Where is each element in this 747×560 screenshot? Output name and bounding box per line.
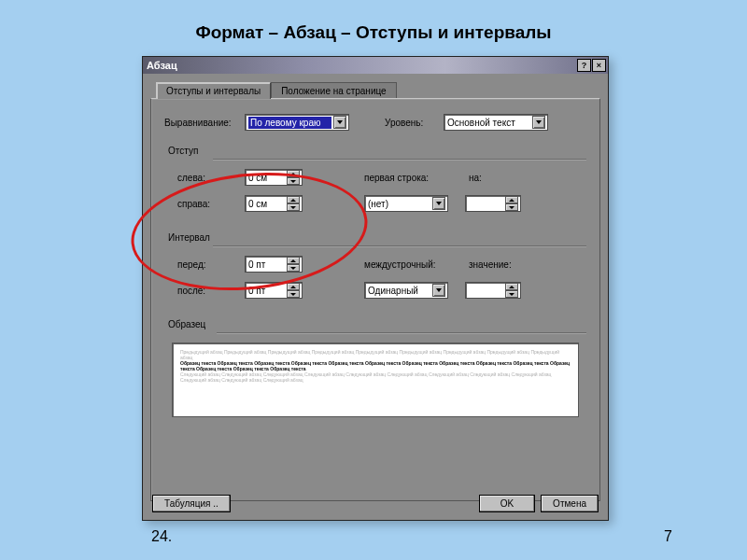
help-button[interactable]: ? [577, 59, 591, 72]
preview-group-title: Образец [168, 319, 586, 329]
before-value: 0 пт [248, 259, 285, 270]
spinner-up-icon[interactable] [287, 196, 300, 203]
firstline-by-spinner[interactable] [465, 195, 521, 212]
spinner-up-icon[interactable] [287, 257, 300, 264]
spinner-up-icon[interactable] [505, 283, 518, 290]
spacing-group-title: Интервал [168, 232, 586, 243]
spinner-up-icon[interactable] [287, 283, 300, 290]
ok-button[interactable]: OK [479, 495, 535, 512]
before-spinner[interactable]: 0 пт [245, 256, 303, 273]
spinner-up-icon[interactable] [505, 196, 518, 203]
spinner-down-icon[interactable] [287, 203, 300, 211]
alignment-combo[interactable]: По левому краю [245, 114, 349, 131]
after-label: после: [177, 286, 237, 296]
alignment-label: Выравнивание: [164, 118, 237, 128]
indent-right-value: 0 см [248, 199, 285, 209]
alignment-value: По левому краю [248, 117, 331, 129]
before-label: перед: [177, 259, 237, 270]
tabs-button[interactable]: Табуляция .. [152, 495, 231, 512]
tab-position[interactable]: Положение на странице [271, 82, 396, 99]
indent-left-label: слева: [177, 173, 237, 183]
spinner-down-icon[interactable] [287, 290, 300, 298]
preview-text-before: Предыдущий абзац Предыдущий абзац Предыд… [180, 349, 571, 360]
chevron-down-icon[interactable] [333, 116, 346, 129]
dialog-title: Абзац [147, 60, 177, 71]
level-combo[interactable]: Основной текст [444, 114, 548, 131]
after-spinner[interactable]: 0 пт [245, 282, 303, 299]
chevron-down-icon[interactable] [432, 284, 445, 297]
divider [213, 245, 586, 246]
paragraph-dialog: Абзац ? × Отступы и интервалы Положение … [142, 56, 609, 521]
level-label: Уровень: [385, 118, 436, 128]
indent-group-title: Отступ [168, 146, 586, 156]
after-value: 0 пт [248, 286, 285, 296]
close-button[interactable]: × [592, 59, 606, 72]
firstline-combo[interactable]: (нет) [364, 195, 448, 212]
cancel-button[interactable]: Отмена [541, 495, 599, 512]
button-row: Табуляция .. OK Отмена [143, 495, 608, 512]
indent-left-spinner[interactable]: 0 см [245, 169, 303, 186]
spinner-down-icon[interactable] [505, 203, 518, 211]
chevron-down-icon[interactable] [432, 197, 445, 210]
level-value: Основной текст [447, 118, 530, 128]
linespacing-combo[interactable]: Одинарный [364, 282, 448, 299]
footer-left: 24. [151, 528, 172, 545]
spinner-down-icon[interactable] [287, 264, 300, 272]
firstline-label: первая строка: [364, 173, 443, 183]
linespacing-by-spinner[interactable] [465, 282, 521, 299]
preview-text-sample: Образец текста Образец текста Образец те… [180, 360, 571, 371]
firstline-by-label: на: [469, 173, 482, 183]
linespacing-label: междустрочный: [364, 259, 446, 270]
titlebar[interactable]: Абзац ? × [143, 57, 608, 74]
slide-title: Формат – Абзац – Отступы и интервалы [0, 0, 747, 56]
preview-text-after: Следующий абзац Следующий абзац Следующи… [180, 371, 571, 383]
indent-left-value: 0 см [248, 173, 285, 183]
divider [213, 159, 586, 160]
spinner-up-icon[interactable] [287, 170, 300, 177]
indent-right-label: справа: [177, 199, 237, 209]
preview-box: Предыдущий абзац Предыдущий абзац Предыд… [172, 343, 579, 417]
tab-indents[interactable]: Отступы и интервалы [156, 82, 271, 99]
tab-page: Выравнивание: По левому краю Уровень: Ос… [150, 98, 600, 501]
linespacing-value: Одинарный [368, 286, 430, 296]
divider [217, 332, 586, 333]
spinner-down-icon[interactable] [287, 177, 300, 185]
chevron-down-icon[interactable] [532, 116, 545, 129]
firstline-value: (нет) [368, 199, 430, 209]
spinner-down-icon[interactable] [505, 290, 518, 298]
footer-right: 7 [664, 528, 672, 545]
linespacing-by-label: значение: [469, 259, 512, 270]
indent-right-spinner[interactable]: 0 см [245, 195, 303, 212]
